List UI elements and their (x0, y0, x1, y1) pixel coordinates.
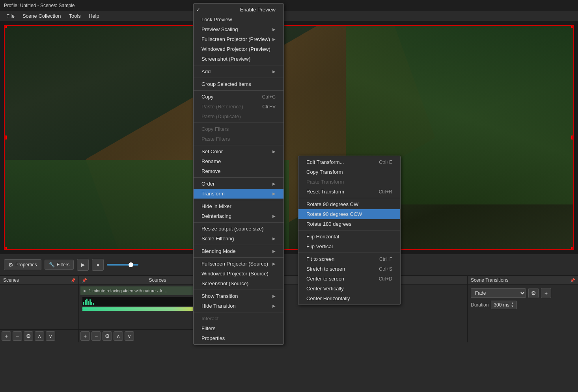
scenes-up-btn[interactable]: ∧ (35, 331, 44, 341)
handle-bottom-right[interactable] (571, 247, 574, 250)
ctx-deinterlacing[interactable]: Deinterlacing ▶ (194, 211, 283, 221)
ctx-fit-screen[interactable]: Fit to screen Ctrl+F (298, 254, 400, 264)
ctx-center-screen[interactable]: Center to screen Ctrl+D (298, 274, 400, 284)
scenes-settings-btn[interactable]: ⚙ (24, 331, 33, 341)
scenes-pin-icon: 📌 (71, 278, 75, 282)
sources-remove-btn[interactable]: − (91, 331, 101, 341)
handle-mid-right[interactable] (571, 136, 574, 139)
ctx-hide-transition[interactable]: Hide Transition ▶ (194, 301, 283, 311)
ctx-screenshot-preview[interactable]: Screenshot (Preview) (194, 54, 283, 64)
ctx-copy-transform[interactable]: Copy Transform (298, 167, 400, 177)
handle-bottom-left[interactable] (4, 247, 7, 250)
ctx-group-selected-label: Group Selected Items (201, 81, 251, 87)
ctx-center-h-label: Center Horizontally (306, 295, 350, 301)
ctx-flip-h[interactable]: Flip Horizontal (298, 232, 400, 242)
ctx-fullscreen-preview[interactable]: Fullscreen Projector (Preview) ▶ (194, 34, 283, 44)
menu-tools[interactable]: Tools (65, 12, 85, 20)
transitions-pin-icon: 📌 (570, 278, 575, 282)
sources-settings-btn[interactable]: ⚙ (103, 331, 112, 341)
ctx-paste-transform-label: Paste Transform (306, 179, 344, 185)
preview-inner (4, 25, 574, 250)
ctx-reset-transform-label: Reset Transform (306, 189, 344, 195)
ctx-rename[interactable]: Rename (194, 156, 283, 166)
properties-label: Properties (15, 262, 37, 268)
ctx-sep6 (194, 177, 283, 178)
ctx-paste-ref-shortcut: Ctrl+V (262, 104, 276, 110)
menu-file[interactable]: File (2, 12, 19, 20)
ctx-rotate-cw[interactable]: Rotate 90 degrees CW (298, 199, 400, 209)
ctx-windowed-source[interactable]: Windowed Projector (Source) (194, 269, 283, 279)
ctx-hide-transition-label: Hide Transition (201, 303, 236, 309)
stop-button[interactable]: ■ (92, 259, 104, 271)
scenes-remove-btn[interactable]: − (13, 331, 22, 341)
ctx-center-h[interactable]: Center Horizontally (298, 294, 400, 303)
ctx-blending-mode[interactable]: Blending Mode ▶ (194, 246, 283, 256)
duration-spinners[interactable]: ▲ ▼ (511, 302, 514, 308)
filters-button[interactable]: 🔧 Filters (45, 260, 74, 270)
transition-type-select[interactable]: Fade (471, 288, 526, 298)
ctx-paste-filters: Paste Filters (194, 134, 283, 144)
ctx-paste-filters-label: Paste Filters (201, 136, 230, 142)
ctx-preview-scaling[interactable]: Preview Scaling ▶ (194, 24, 283, 34)
menu-help[interactable]: Help (85, 12, 103, 20)
sources-down-btn[interactable]: ∨ (125, 331, 134, 341)
sources-add-btn[interactable]: + (80, 331, 90, 341)
ctx-add[interactable]: Add ▶ (194, 67, 283, 76)
ctx-edit-transform[interactable]: Edit Transform... Ctrl+E (298, 157, 400, 167)
ctx-transform[interactable]: Transform ▶ (194, 189, 283, 199)
ctx-flip-v[interactable]: Flip Vertical (298, 242, 400, 251)
ctx-fit-screen-label: Fit to screen (306, 256, 335, 262)
ctx-sep11 (194, 290, 283, 290)
ctx-resize-output[interactable]: Resize output (source size) (194, 224, 283, 234)
ctx-center-v[interactable]: Center Vertically (298, 284, 400, 294)
ctx-rotate-ccw[interactable]: Rotate 90 degrees CCW (298, 209, 400, 219)
ctx-filters[interactable]: Filters (194, 323, 283, 333)
ctx-order[interactable]: Order ▶ (194, 179, 283, 189)
ctx-sep8 (194, 222, 283, 223)
ctx-remove[interactable]: Remove (194, 166, 283, 176)
handle-top-left[interactable] (4, 25, 7, 28)
sources-up-btn[interactable]: ∧ (114, 331, 123, 341)
ctx-paste-ref: Paste (Reference) Ctrl+V (194, 102, 283, 111)
ctx-show-transition-arrow: ▶ (272, 294, 276, 298)
play-button[interactable]: ▶ (77, 259, 89, 271)
duration-control[interactable]: 300 ms ▲ ▼ (491, 301, 516, 309)
ctx-reset-transform[interactable]: Reset Transform Ctrl+R (298, 187, 400, 197)
transition-settings-btn[interactable]: ⚙ (528, 288, 539, 298)
ctx-fullscreen-source[interactable]: Fullscreen Projector (Source) ▶ (194, 259, 283, 269)
ctx-show-transition-label: Show Transition (201, 293, 238, 299)
ctx-set-color[interactable]: Set Color ▶ (194, 147, 283, 156)
ctx-enable-preview[interactable]: Enable Preview (194, 5, 283, 15)
ctx-scale-filtering[interactable]: Scale Filtering ▶ (194, 234, 283, 243)
ctx-sep4 (194, 123, 283, 123)
ctx-flip-h-label: Flip Horizontal (306, 234, 339, 240)
ctx-preview-scaling-arrow: ▶ (272, 27, 276, 32)
ctx-blending-mode-label: Blending Mode (201, 248, 236, 254)
ctx-hide-transition-arrow: ▶ (272, 304, 276, 308)
ctx-set-color-arrow: ▶ (272, 149, 276, 154)
ctx-rotate-180[interactable]: Rotate 180 degrees (298, 219, 400, 229)
handle-top-right[interactable] (571, 25, 574, 28)
preview-area (0, 21, 578, 254)
ctx-show-transition[interactable]: Show Transition ▶ (194, 291, 283, 301)
duration-down-icon[interactable]: ▼ (511, 305, 514, 308)
handle-mid-left[interactable] (4, 136, 7, 139)
properties-button[interactable]: ⚙ Properties (4, 259, 41, 270)
scenes-add-btn[interactable]: + (2, 331, 11, 341)
ctx-sep12 (194, 312, 283, 312)
ctx-windowed-preview[interactable]: Windowed Projector (Preview) (194, 44, 283, 54)
control-bar: ⚙ Properties 🔧 Filters ▶ ■ (0, 254, 578, 275)
ctx-hide-mixer[interactable]: Hide in Mixer (194, 201, 283, 211)
ctx-properties[interactable]: Properties (194, 333, 283, 343)
ctx-sep7 (194, 200, 283, 200)
ctx-lock-preview[interactable]: Lock Preview (194, 15, 283, 24)
scenes-down-btn[interactable]: ∨ (46, 331, 55, 341)
volume-slider[interactable] (107, 264, 138, 266)
ctx-stretch-screen[interactable]: Stretch to screen Ctrl+S (298, 264, 400, 274)
transition-add-btn[interactable]: + (541, 288, 551, 298)
ctx-screenshot-source[interactable]: Screenshot (Source) (194, 279, 283, 288)
ctx-interact: Interact (194, 314, 283, 323)
menu-scene-collection[interactable]: Scene Collection (19, 12, 65, 20)
ctx-group-selected[interactable]: Group Selected Items (194, 79, 283, 89)
ctx-copy[interactable]: Copy Ctrl+C (194, 92, 283, 102)
